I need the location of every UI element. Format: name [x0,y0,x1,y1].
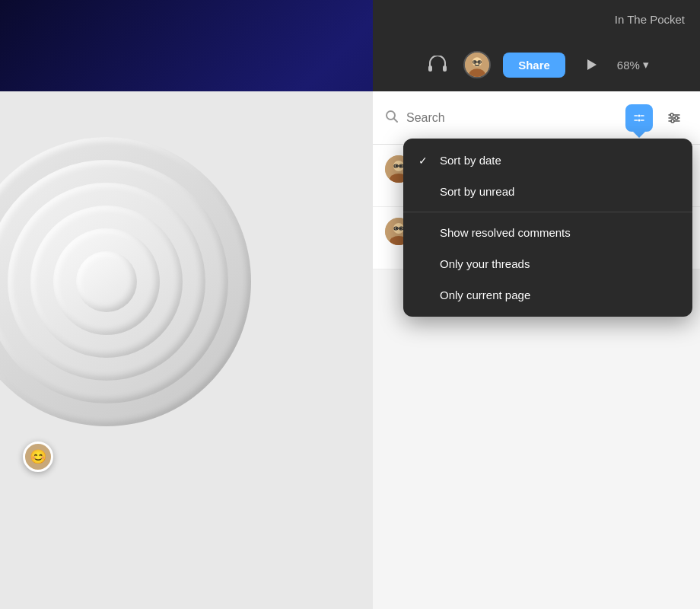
sort-by-date-label: Sort by date [440,154,501,167]
svg-rect-0 [428,65,432,72]
filter-active-button[interactable] [625,104,653,132]
zoom-value: 68% [617,59,640,72]
svg-marker-10 [587,59,597,70]
dropdown-divider [403,212,692,212]
checkmark-icon: ✓ [418,155,431,167]
svg-point-22 [670,113,673,116]
zoom-control[interactable]: 68% ▾ [617,58,649,72]
show-resolved-item[interactable]: Show resolved comments [403,217,692,248]
sort-by-unread-item[interactable]: Sort by unread [403,176,692,207]
svg-point-13 [638,114,641,116]
search-input[interactable] [406,111,618,125]
toolbar: Share 68% ▾ [373,38,700,91]
toolbar-avatar[interactable] [463,51,491,78]
only-your-threads-label: Only your threads [440,257,530,270]
search-icon [385,110,399,126]
svg-point-24 [671,120,674,123]
svg-point-23 [675,116,678,120]
svg-point-14 [638,119,641,121]
app-title: In The Pocket [615,13,685,26]
sort-filter-dropdown: ✓ Sort by date Sort by unread Show resol… [403,139,692,317]
show-resolved-label: Show resolved comments [440,226,571,239]
title-bar: In The Pocket [373,0,700,38]
canvas-avatar-pin: 😊 [23,442,53,472]
right-panel: In The Pocket [373,0,700,609]
share-button[interactable]: Share [503,53,565,78]
sort-by-date-item[interactable]: ✓ Sort by date [403,145,692,176]
canvas-area: 😊 [0,91,373,609]
top-bar: In The Pocket [373,0,700,91]
only-current-page-item[interactable]: Only current page [403,279,692,311]
comments-panel: ✓ Sort by date Sort by unread Show resol… [373,91,700,609]
canvas-content: 😊 [0,91,373,609]
search-bar: ✓ Sort by date Sort by unread Show resol… [373,91,700,145]
main-container: 😊 In The Pocket [0,0,700,609]
sort-by-unread-label: Sort by unread [440,185,514,198]
only-your-threads-item[interactable]: Only your threads [403,248,692,279]
headphone-icon[interactable] [424,51,451,78]
play-button[interactable] [578,51,605,78]
svg-rect-1 [443,65,447,72]
only-current-page-label: Only current page [440,289,530,301]
svg-line-12 [394,118,398,122]
adjust-button[interactable] [660,104,688,132]
spiral-decoration [0,129,259,434]
zoom-arrow: ▾ [643,58,649,72]
